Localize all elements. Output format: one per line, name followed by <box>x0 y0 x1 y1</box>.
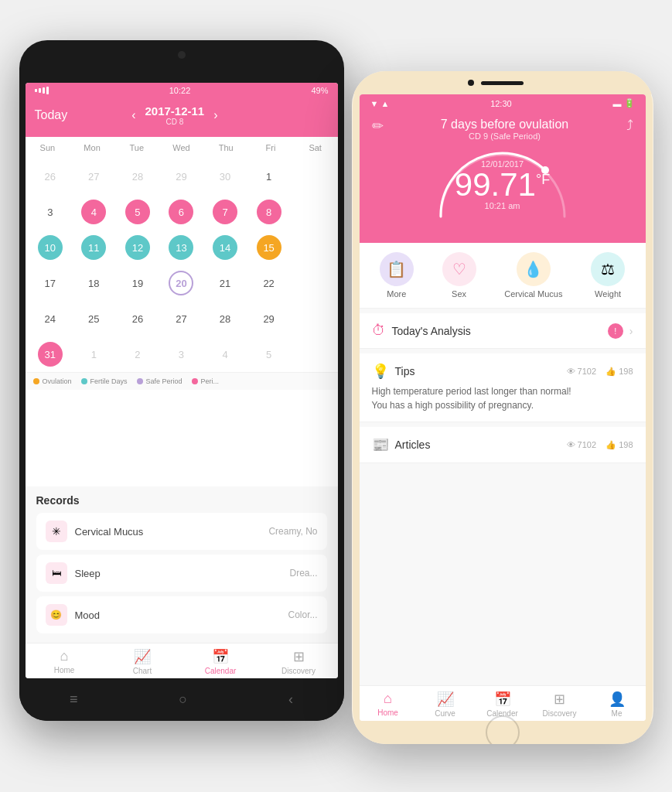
next-month-button[interactable]: › <box>210 108 220 122</box>
day-mon: Mon <box>70 140 114 155</box>
table-row[interactable]: 21 <box>203 265 247 301</box>
ios-hero: ✏ 7 days before ovulation CD 9 (Safe Per… <box>360 111 646 243</box>
table-row[interactable]: 5 <box>116 194 160 230</box>
ios-status-bar: ▼ ▲ 12:30 ▬ 🔋 <box>360 94 646 111</box>
ios-nav-discovery[interactable]: ⊞ Discovery <box>531 691 588 718</box>
android-home[interactable]: ○ <box>179 691 187 708</box>
table-row[interactable]: 27 <box>72 159 116 194</box>
table-row[interactable]: 30 <box>203 159 247 194</box>
tips-icon: 💡 <box>372 363 389 380</box>
table-row[interactable]: 2 <box>116 336 160 372</box>
date-nav: ‹ 2017-12-11 CD 8 › <box>128 104 220 126</box>
table-row[interactable]: 25 <box>72 301 116 336</box>
record-sleep[interactable]: 🛏 Sleep Drea... <box>36 555 327 592</box>
table-row[interactable]: 1 <box>72 336 116 372</box>
table-row[interactable] <box>291 159 335 194</box>
table-row[interactable]: 18 <box>72 265 116 301</box>
current-date: 2017-12-11 <box>145 104 204 118</box>
table-row[interactable]: 29 <box>247 301 291 336</box>
day-thu: Thu <box>203 140 248 155</box>
table-row[interactable]: 28 <box>203 301 247 336</box>
table-row[interactable]: 17 <box>29 265 73 301</box>
articles-icon: 📰 <box>372 436 389 453</box>
legend-ovulation: Ovulation <box>33 377 72 385</box>
more-action[interactable]: 📋 More <box>380 252 414 299</box>
analysis-title: Today's Analysis <box>392 325 602 337</box>
nav-home-label: Home <box>54 666 75 674</box>
articles-card[interactable]: 📰 Articles 👁 7102 👍 198 <box>360 427 646 463</box>
table-row[interactable] <box>291 336 335 372</box>
ios-me-label: Me <box>612 709 623 718</box>
nav-calendar[interactable]: 📅 Calendar <box>182 648 260 675</box>
android-hardware-nav: ≡ ○ ‹ <box>19 678 344 721</box>
table-row[interactable]: 14 <box>203 230 247 265</box>
nav-chart-label: Chart <box>133 667 152 675</box>
table-row[interactable]: 31 <box>29 336 73 372</box>
day-sat: Sat <box>293 140 338 155</box>
table-row[interactable]: 8 <box>247 194 291 230</box>
table-row[interactable]: 28 <box>116 159 160 194</box>
ios-nav-me[interactable]: 👤 Me <box>588 691 646 718</box>
table-row[interactable]: 1 <box>247 159 291 194</box>
table-row[interactable]: 5 <box>247 336 291 372</box>
tips-card[interactable]: 💡 Tips 👁 7102 👍 198 High temperature per… <box>360 353 646 422</box>
table-row[interactable]: 22 <box>247 265 291 301</box>
signal-icon <box>35 87 49 94</box>
table-row[interactable] <box>291 194 335 230</box>
table-row[interactable]: 27 <box>159 301 203 336</box>
table-row[interactable]: 20 <box>159 265 203 301</box>
today-label: Today <box>35 108 68 122</box>
table-row[interactable]: 11 <box>72 230 116 265</box>
nav-chart[interactable]: 📈 Chart <box>104 648 182 675</box>
table-row[interactable]: 12 <box>116 230 160 265</box>
ios-screen: ▼ ▲ 12:30 ▬ 🔋 ✏ 7 days before ovulation … <box>360 94 646 721</box>
day-wed: Wed <box>159 140 204 155</box>
ios-status-right: ▬ 🔋 <box>613 98 635 108</box>
nav-home[interactable]: ⌂ Home <box>26 648 104 675</box>
ios-nav-calender[interactable]: 📅 Calender <box>474 691 531 718</box>
ios-nav-curve[interactable]: 📈 Curve <box>417 691 474 718</box>
weight-action[interactable]: ⚖ Weight <box>591 252 625 299</box>
record-cervical[interactable]: ✳ Cervical Mucus Creamy, No <box>36 513 327 550</box>
table-row[interactable]: 6 <box>159 194 203 230</box>
gauge-data: 12/01/2017 99.71°F 10:21 am <box>455 159 550 210</box>
table-row[interactable]: 26 <box>116 301 160 336</box>
table-row[interactable]: 19 <box>116 265 160 301</box>
edit-button[interactable]: ✏ <box>372 118 384 135</box>
table-row[interactable]: 7 <box>203 194 247 230</box>
nav-discovery[interactable]: ⊞ Discovery <box>260 648 338 675</box>
android-recents[interactable]: ‹ <box>288 691 293 708</box>
calendar-days-header: Sun Mon Tue Wed Thu Fri Sat <box>26 137 338 159</box>
cervical-mucus-value: Creamy, No <box>268 526 317 537</box>
cervical-action[interactable]: 💧 Cervical Mucus <box>504 252 562 299</box>
table-row[interactable]: 26 <box>29 159 73 194</box>
alert-badge: ! <box>608 323 623 339</box>
android-time: 10:22 <box>169 86 191 95</box>
weight-icon: ⚖ <box>591 252 625 286</box>
table-row[interactable]: 24 <box>29 301 73 336</box>
table-row[interactable]: 3 <box>29 194 73 230</box>
android-app-bottom-nav: ⌂ Home 📈 Chart 📅 Calendar ⊞ Discovery <box>26 643 338 678</box>
articles-views: 👁 7102 <box>567 440 597 450</box>
sex-action[interactable]: ♡ Sex <box>442 252 476 299</box>
android-back[interactable]: ≡ <box>70 691 78 708</box>
home-icon: ⌂ <box>60 648 69 664</box>
table-row[interactable] <box>291 265 335 301</box>
table-row[interactable]: 3 <box>159 336 203 372</box>
tips-body: High temperature period last longer than… <box>372 384 633 412</box>
prev-month-button[interactable]: ‹ <box>128 108 138 122</box>
table-row[interactable] <box>291 230 335 265</box>
ios-nav-home[interactable]: ⌂ Home <box>360 691 417 718</box>
table-row[interactable]: 13 <box>159 230 203 265</box>
home-button[interactable] <box>486 715 520 744</box>
record-mood[interactable]: 😊 Mood Color... <box>36 596 327 633</box>
share-button[interactable]: ⤴ <box>626 118 633 134</box>
analysis-arrow: › <box>629 325 633 337</box>
table-row[interactable]: 29 <box>159 159 203 194</box>
table-row[interactable] <box>291 301 335 336</box>
table-row[interactable]: 15 <box>247 230 291 265</box>
table-row[interactable]: 4 <box>72 194 116 230</box>
table-row[interactable]: 10 <box>29 230 73 265</box>
table-row[interactable]: 4 <box>203 336 247 372</box>
todays-analysis-card[interactable]: ⏱ Today's Analysis ! › <box>360 313 646 349</box>
